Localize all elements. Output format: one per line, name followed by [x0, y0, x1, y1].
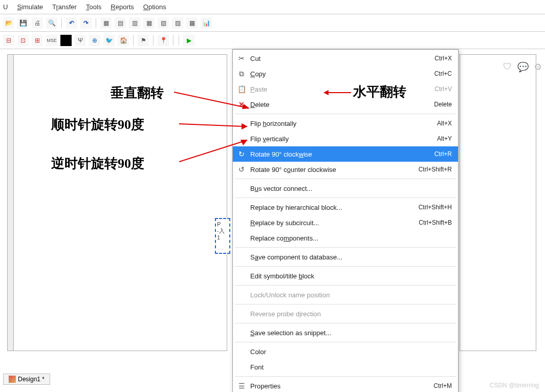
grid3-icon[interactable]: ▥: [129, 17, 140, 29]
comp1-icon[interactable]: ⊟: [3, 35, 14, 46]
chat-icon[interactable]: 💬: [517, 61, 529, 73]
menu-lock-name: Lock/Unlock name position: [233, 287, 458, 302]
menu-color[interactable]: Color: [233, 344, 458, 359]
separator: [61, 18, 62, 28]
separator: [179, 35, 179, 46]
menu-separator: [235, 323, 456, 323]
save-icon[interactable]: 💾: [17, 17, 29, 29]
chart-icon[interactable]: 📊: [201, 17, 212, 29]
menu-reverse-probe: Reverse probe direction: [233, 306, 458, 321]
menu-rotate-ccw[interactable]: ↺Rotate 90° counter clockwiseCtrl+Shift+…: [233, 162, 458, 177]
menu-font[interactable]: Font: [233, 359, 458, 375]
menu-separator: [235, 179, 456, 179]
run-icon[interactable]: ▶: [183, 35, 194, 46]
menu-separator: [235, 247, 456, 248]
menu-separator: [235, 342, 456, 342]
gear-icon[interactable]: ⚙: [534, 61, 542, 73]
menu-replace-hier[interactable]: Replace by hierarchical block...Ctrl+Shi…: [233, 200, 458, 215]
menu-tools[interactable]: Tools: [86, 3, 101, 11]
comp3-icon[interactable]: ⊞: [32, 35, 43, 46]
menu-separator: [235, 304, 456, 304]
menu-properties[interactable]: ☰PropertiesCtrl+M: [233, 378, 458, 392]
grid4-icon[interactable]: ▦: [143, 17, 155, 29]
annotation-rotate-ccw: 逆时针旋转90度: [51, 155, 144, 172]
redo-icon[interactable]: ↷: [80, 17, 92, 29]
design-tab-label: Design1 *: [18, 376, 45, 383]
ruler: [8, 55, 14, 351]
menu-flip-vertical[interactable]: Flip verticallyAlt+Y: [233, 131, 458, 146]
menu-u[interactable]: U: [3, 3, 8, 11]
flag-icon[interactable]: ⚑: [138, 35, 149, 46]
sel-line2: -入: [217, 228, 228, 234]
sig-icon[interactable]: 🐦: [103, 35, 115, 46]
menu-options[interactable]: Options: [143, 3, 166, 11]
menu-edit-symbol[interactable]: Edit symbol/title block: [233, 268, 458, 284]
home-icon[interactable]: 🏠: [118, 35, 129, 46]
annotation-flip-vertical: 垂直翻转: [111, 84, 164, 102]
black-icon[interactable]: [60, 35, 72, 46]
undo-icon[interactable]: ↶: [66, 17, 77, 29]
menu-separator: [235, 266, 456, 267]
menu-replace-sub[interactable]: Replace by subcircuit...Ctrl+Shift+B: [233, 215, 458, 230]
separator: [173, 35, 173, 46]
pin-icon[interactable]: 📍: [158, 35, 169, 46]
menu-separator: [235, 114, 456, 114]
open-icon[interactable]: 📂: [3, 17, 14, 29]
tab-bar: Design1 *: [3, 374, 50, 385]
design-tab-icon: [9, 376, 16, 383]
grid5-icon[interactable]: ▧: [158, 17, 169, 29]
wave-icon[interactable]: ⊕: [89, 35, 100, 46]
menu-flip-horizontal[interactable]: Flip horizontallyAlt+X: [233, 116, 458, 131]
copy-icon: ⧉: [235, 69, 248, 79]
menu-copy[interactable]: ⧉CopyCtrl+C: [233, 66, 458, 81]
menu-replace-comp[interactable]: Replace components...: [233, 230, 458, 246]
grid2-icon[interactable]: ▤: [115, 17, 126, 29]
schematic-canvas-right[interactable]: [460, 54, 536, 351]
menu-delete[interactable]: ✕DeleteDelete: [233, 97, 458, 112]
menu-save-db[interactable]: Save component to database...: [233, 249, 458, 265]
watermark: CSDN @timerring: [490, 382, 539, 389]
preview-icon[interactable]: 🔍: [46, 17, 57, 29]
grid7-icon[interactable]: ▩: [186, 17, 198, 29]
separator: [153, 35, 154, 46]
context-menu: ✂CutCtrl+X ⧉CopyCtrl+C 📋PasteCtrl+V ✕Del…: [232, 49, 459, 392]
menu-bus-vector[interactable]: Bus vector connect...: [233, 181, 458, 196]
sel-line1: P: [217, 221, 228, 228]
menu-paste: 📋PasteCtrl+V: [233, 81, 458, 97]
x-icon: ✕: [235, 99, 248, 110]
paste-icon: 📋: [235, 84, 248, 94]
grid1-icon[interactable]: ▦: [100, 17, 112, 29]
design-tab[interactable]: Design1 *: [3, 374, 50, 385]
rotate-ccw-icon: ↺: [235, 164, 248, 175]
menu-simulate[interactable]: Simulate: [17, 3, 43, 11]
scissors-icon: ✂: [235, 53, 248, 63]
menu-separator: [235, 376, 456, 377]
rotate-cw-icon: ↻: [235, 149, 248, 159]
menu-reports[interactable]: Reports: [111, 3, 134, 11]
properties-icon: ☰: [235, 381, 248, 391]
menu-cut[interactable]: ✂CutCtrl+X: [233, 51, 458, 66]
annotation-rotate-cw: 顺时针旋转90度: [51, 116, 144, 134]
menu-separator: [235, 285, 456, 286]
comp2-icon[interactable]: ⊡: [17, 35, 29, 46]
toolbar-main: 📂 💾 🖨 🔍 ↶ ↷ ▦ ▤ ▥ ▦ ▧ ▨ ▩ 📊: [0, 14, 545, 32]
toolbar-components: ⊟ ⊡ ⊞ MSE Ψ ⊕ 🐦 🏠 ⚑ 📍 ▶: [0, 32, 545, 49]
menu-save-snippet[interactable]: Save selection as snippet...: [233, 325, 458, 340]
annotation-flip-horizontal: 水平翻转: [353, 83, 406, 101]
shield-icon[interactable]: 🛡: [503, 61, 512, 73]
menu-transfer[interactable]: Transfer: [52, 3, 77, 11]
separator: [96, 18, 96, 28]
selected-component[interactable]: P -入 1: [215, 218, 230, 254]
mse-icon[interactable]: MSE: [46, 35, 57, 46]
print-icon[interactable]: 🖨: [32, 17, 43, 29]
separator: [133, 35, 134, 46]
antenna-icon[interactable]: Ψ: [75, 35, 86, 46]
workspace: P -入 1 ✂CutCtrl+X ⧉CopyCtrl+C 📋PasteCtrl…: [0, 49, 545, 387]
menu-rotate-cw[interactable]: ↻Rotate 90° clockwiseCtrl+R: [233, 146, 458, 162]
side-icons: 🛡 💬 ⚙: [503, 61, 542, 73]
menu-separator: [235, 198, 456, 198]
sel-line3: 1: [217, 234, 228, 241]
menu-bar: U Simulate Transfer Tools Reports Option…: [0, 0, 545, 14]
grid6-icon[interactable]: ▨: [172, 17, 183, 29]
